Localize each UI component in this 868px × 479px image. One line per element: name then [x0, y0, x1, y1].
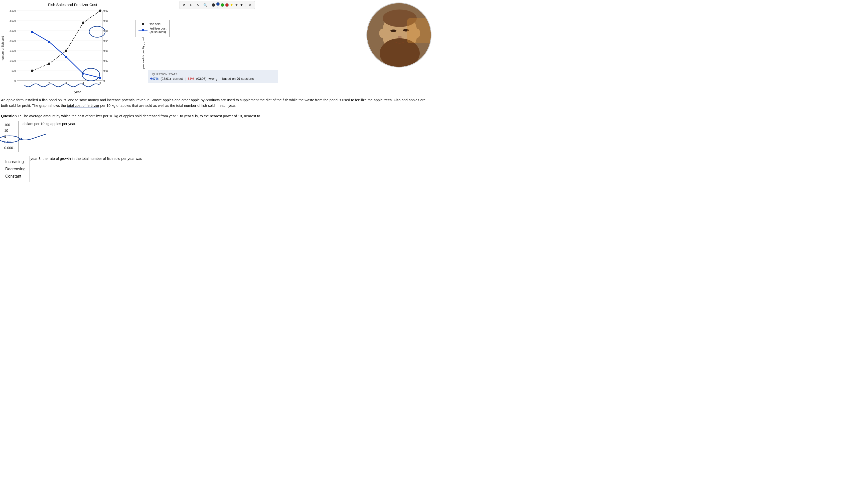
svg-point-5 — [398, 36, 402, 38]
webcam-feed — [366, 2, 432, 68]
answer-options-box[interactable]: Increasing Decreasing Constant — [1, 156, 30, 182]
legend-fertilizer-label: fertilizer cost (all sources) — [150, 27, 166, 34]
question1-body: The average amount by which the cost of … — [22, 114, 260, 118]
stats-sessions-count: 99 — [237, 77, 240, 80]
color-blue-dropdown[interactable]: ▼ — [216, 2, 220, 8]
pen-dark1-icon[interactable]: ▼ — [235, 3, 239, 7]
answer-option-decreasing[interactable]: Decreasing — [5, 166, 26, 173]
svg-text:0: 0 — [14, 79, 16, 82]
chart-legend: fish sold fertilizer cost (all sources) — [135, 20, 169, 37]
question1-label: Question 1: — [1, 114, 21, 118]
stats-values: 47% (03:01) correct | 53% (03:05) wrong … — [152, 77, 274, 80]
stats-wrong-time: (03:05) — [196, 77, 206, 80]
svg-text:1,000: 1,000 — [9, 60, 16, 62]
legend-fish-label: fish sold — [150, 22, 160, 26]
pen-yellow-icon[interactable]: ▼ — [230, 3, 234, 7]
color-green[interactable] — [221, 3, 224, 7]
question-stats-box: QUESTION STATS: 47% (03:01) correct | 53… — [148, 70, 278, 83]
svg-text:0.01: 0.01 — [103, 70, 108, 72]
webcam-person — [367, 3, 431, 67]
stats-divider2: | — [219, 77, 220, 80]
pen-dark2-icon[interactable]: ▼ — [240, 3, 243, 7]
svg-point-48 — [48, 63, 50, 65]
svg-point-50 — [82, 22, 84, 24]
stats-correct-pct: 47% — [152, 77, 158, 80]
question1-text: Question 1: The average amount by which … — [1, 113, 433, 119]
svg-rect-56 — [99, 77, 101, 79]
svg-point-3 — [391, 30, 397, 32]
svg-point-57 — [89, 26, 105, 37]
svg-rect-53 — [48, 41, 50, 43]
chart-container: number of fish sold 3,500 3,000 — [0, 8, 145, 89]
svg-point-60 — [142, 23, 144, 25]
svg-point-58 — [82, 68, 100, 81]
svg-text:0: 0 — [103, 79, 105, 82]
undo-button[interactable]: ↺ — [181, 2, 187, 8]
passage-underline-fertilizer: total cost of fertilizer — [67, 104, 99, 108]
stats-wrong-word: wrong — [209, 77, 217, 80]
close-button[interactable]: ✕ — [247, 2, 253, 8]
option-10[interactable]: 10 — [3, 128, 16, 134]
chart-svg: 3,500 3,000 2,500 2,000 1,500 1,000 500 … — [4, 8, 141, 89]
stats-wrong-pct: 53% — [188, 77, 194, 80]
passage-content: An apple farm installed a fish pond on i… — [1, 98, 426, 108]
svg-text:3,500: 3,500 — [9, 9, 16, 12]
svg-text:0.05: 0.05 — [103, 30, 108, 32]
cursor-button[interactable]: ↖ — [195, 2, 202, 8]
svg-text:500: 500 — [11, 70, 16, 72]
legend-fertilizer: fertilizer cost (all sources) — [138, 27, 166, 34]
y-axis-left-label: number of fish sold — [0, 8, 4, 89]
svg-text:5: 5 — [99, 82, 101, 85]
stats-sessions-text: based on 99 sessions — [222, 77, 254, 80]
color-red[interactable] — [225, 3, 229, 7]
dot-indicator — [150, 77, 152, 79]
question2-body: After year 3, the rate of growth in the … — [22, 157, 142, 161]
search-button[interactable]: 🔍 — [203, 2, 208, 8]
svg-rect-62 — [142, 29, 144, 31]
question1-container: Question 1: The average amount by which … — [1, 113, 433, 152]
svg-point-51 — [99, 9, 101, 12]
svg-text:2,500: 2,500 — [9, 30, 16, 32]
stats-divider: | — [185, 77, 186, 80]
svg-text:2,000: 2,000 — [9, 39, 16, 42]
answer-option-constant[interactable]: Constant — [5, 173, 26, 180]
svg-point-47 — [31, 70, 33, 72]
svg-text:0.03: 0.03 — [103, 49, 108, 52]
toolbar-divider — [210, 3, 210, 7]
dropdown-wrapper: 100 10 1 0.01 0.0001 — [1, 121, 19, 152]
svg-text:0.07: 0.07 — [103, 9, 108, 12]
chart-area: Fish Sales and Fertilizer Cost number of… — [0, 2, 145, 94]
question1-answer-area: 100 10 1 0.01 0.0001 dollars per 10 kg a… — [1, 121, 433, 152]
stats-correct-time: (03:01) — [160, 77, 171, 80]
svg-point-49 — [65, 49, 67, 52]
text-content: An apple farm installed a fish pond on i… — [0, 98, 434, 162]
stats-correct-word: correct — [173, 77, 183, 80]
svg-marker-63 — [20, 137, 22, 140]
option-100[interactable]: 100 — [3, 122, 16, 128]
answer-dropdown[interactable]: 100 10 1 0.01 0.0001 — [1, 121, 19, 152]
question1-unit: dollars per 10 kg apples per year. — [23, 121, 76, 127]
stats-sessions-word: sessions — [241, 77, 254, 80]
chart-title: Fish Sales and Fertilizer Cost — [0, 2, 145, 7]
svg-text:0.04: 0.04 — [103, 39, 108, 42]
svg-point-7 — [379, 29, 385, 38]
x-axis-label: year — [10, 90, 145, 94]
toolbar: ↺ ↻ ↖ 🔍 ▼ ▼ ▼ ▼ ✕ — [179, 1, 255, 9]
question2-container: Question 2: After year 3, the rate of gr… — [1, 156, 433, 162]
redo-button[interactable]: ↻ — [188, 2, 194, 8]
svg-text:1,500: 1,500 — [9, 49, 16, 52]
svg-text:1: 1 — [31, 82, 33, 85]
svg-text:0.06: 0.06 — [103, 20, 108, 22]
answer-option-increasing[interactable]: Increasing — [5, 158, 26, 166]
option-001[interactable]: 0.01 — [3, 139, 16, 145]
option-1[interactable]: 1 — [3, 134, 16, 139]
color-black[interactable] — [212, 3, 215, 7]
svg-text:0.02: 0.02 — [103, 60, 108, 62]
passage-text: An apple farm installed a fish pond on i… — [1, 98, 433, 108]
stats-label: QUESTION STATS: — [152, 73, 274, 76]
legend-fish: fish sold — [138, 22, 166, 26]
option-0001[interactable]: 0.0001 — [3, 145, 16, 151]
svg-rect-54 — [65, 56, 67, 58]
toolbar-divider2 — [245, 3, 245, 7]
svg-text:3,000: 3,000 — [9, 20, 16, 22]
